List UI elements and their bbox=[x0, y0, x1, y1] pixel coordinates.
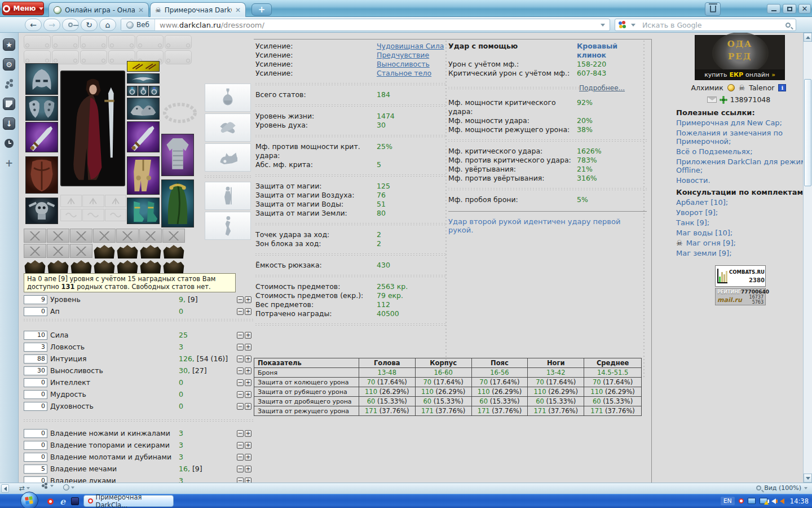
boots-slot[interactable] bbox=[127, 198, 160, 224]
stat-increase-button[interactable]: + bbox=[245, 308, 251, 315]
boost-link[interactable]: Выносливость bbox=[377, 60, 430, 68]
stat-input[interactable] bbox=[24, 366, 47, 375]
weapon-slot-empty[interactable] bbox=[70, 244, 92, 258]
boost-link[interactable]: Чудовищная Сила bbox=[377, 42, 444, 50]
stat-input[interactable] bbox=[24, 429, 47, 438]
sync-status-button[interactable]: ⇄ bbox=[19, 484, 30, 492]
scroll-down-button[interactable] bbox=[804, 474, 812, 483]
forward-button[interactable]: → bbox=[43, 19, 60, 31]
creature-item-slot[interactable] bbox=[205, 143, 251, 172]
main-weapon-slot[interactable] bbox=[25, 122, 58, 152]
stat-decrease-button[interactable]: − bbox=[237, 308, 244, 315]
pants-slot[interactable] bbox=[127, 156, 160, 195]
sidebar-link[interactable]: Пожелания и замечания по Примерочной; bbox=[676, 129, 803, 146]
sidebar-link[interactable]: Приложения DarkClan для режимов Offline; bbox=[676, 157, 803, 174]
weapon-slot-empty[interactable] bbox=[162, 229, 185, 243]
idol-trophy[interactable] bbox=[24, 259, 46, 274]
sidebar-link[interactable]: ☠ Маг огня [9]; bbox=[676, 239, 803, 247]
stat-increase-button[interactable]: + bbox=[245, 442, 251, 449]
maximize-button[interactable] bbox=[783, 4, 796, 14]
stat-decrease-button[interactable]: − bbox=[237, 454, 244, 461]
stat-increase-button[interactable]: + bbox=[245, 332, 251, 339]
sidebar-link[interactable]: ☠ Маг земли [9]; bbox=[676, 249, 803, 257]
boost-link[interactable]: Предчувствие bbox=[377, 51, 429, 59]
reload-button[interactable]: ↻ bbox=[81, 19, 98, 31]
scrollbar-thumb[interactable] bbox=[804, 79, 811, 186]
network-icon[interactable] bbox=[748, 498, 756, 504]
sidebar-link[interactable]: Примерочная для New Cap; bbox=[676, 119, 803, 127]
stat-increase-button[interactable]: + bbox=[245, 356, 251, 362]
quicklaunch-opera-icon[interactable] bbox=[45, 496, 55, 506]
network-warning-icon[interactable] bbox=[760, 498, 767, 504]
sidebar-link[interactable]: ☠ Арбалет [10]; bbox=[676, 198, 803, 207]
new-tab-button[interactable]: + bbox=[251, 3, 272, 16]
idol-trophy[interactable] bbox=[139, 259, 162, 274]
weapon-link[interactable]: Кровавый клинок bbox=[577, 42, 617, 59]
start-button[interactable] bbox=[20, 492, 38, 508]
mailru-badge[interactable]: РЕЙТИНГ 77700640 mail.ru 16737 5763 bbox=[715, 288, 766, 305]
web-badge[interactable]: Веб bbox=[121, 19, 155, 30]
add-panel-button[interactable]: + bbox=[3, 157, 15, 169]
search-field[interactable] bbox=[615, 19, 796, 31]
stat-decrease-button[interactable]: − bbox=[237, 296, 244, 303]
tray-opera-icon[interactable] bbox=[739, 498, 744, 503]
tab-online-game[interactable]: Онлайн игра - Онлайн и... ✕ bbox=[48, 2, 149, 17]
stat-decrease-button[interactable]: − bbox=[237, 391, 244, 398]
stat-input[interactable] bbox=[24, 331, 47, 340]
idol-trophy[interactable] bbox=[162, 244, 185, 259]
idol-trophy[interactable] bbox=[162, 259, 185, 274]
volume-mixer-icon[interactable] bbox=[780, 498, 784, 504]
ring-slot[interactable] bbox=[149, 86, 160, 96]
idol-trophy[interactable] bbox=[70, 259, 92, 274]
ornament-slot[interactable] bbox=[82, 209, 104, 221]
quicklaunch-app-icon[interactable] bbox=[70, 496, 80, 506]
stat-input[interactable] bbox=[24, 441, 47, 450]
scroll-slot[interactable] bbox=[165, 35, 192, 49]
ekr-banner[interactable]: ОДА РЕД купить ЕКР онлайн » bbox=[695, 35, 785, 80]
weapon-slot-empty[interactable] bbox=[139, 229, 162, 243]
idol-trophy[interactable] bbox=[93, 244, 116, 259]
weapon-slot-empty[interactable] bbox=[47, 244, 69, 258]
stat-decrease-button[interactable]: − bbox=[237, 344, 244, 351]
figurine-slot[interactable] bbox=[205, 212, 251, 240]
stat-input[interactable] bbox=[24, 453, 47, 462]
bookmarks-panel-button[interactable]: ★ bbox=[3, 38, 15, 51]
hands-item-slot[interactable] bbox=[205, 113, 251, 142]
stat-input[interactable] bbox=[24, 476, 47, 483]
taskbar-window-button[interactable]: Примерочная DarkCla... bbox=[83, 495, 174, 507]
sidebar-link[interactable]: Всё о Подземельях; bbox=[676, 147, 803, 156]
stat-increase-button[interactable]: + bbox=[245, 403, 251, 410]
stat-increase-button[interactable]: + bbox=[245, 466, 251, 472]
combats-badge[interactable]: COMBATS.RU 2380 bbox=[715, 265, 766, 287]
sidebar-link[interactable]: Новости. bbox=[676, 176, 803, 185]
idol-trophy[interactable] bbox=[116, 259, 139, 274]
wand-login-button[interactable] bbox=[62, 19, 79, 31]
downloads-panel-button[interactable]: ↓ bbox=[3, 117, 15, 130]
scroll-slot[interactable] bbox=[52, 35, 79, 49]
potion-slot[interactable] bbox=[205, 84, 251, 112]
stat-decrease-button[interactable]: − bbox=[237, 379, 244, 386]
turbo-status-button[interactable] bbox=[63, 484, 74, 491]
wreath-item[interactable] bbox=[162, 96, 198, 130]
stat-increase-button[interactable]: + bbox=[245, 296, 251, 303]
stat-increase-button[interactable]: + bbox=[245, 379, 251, 386]
chainmail-slot[interactable] bbox=[161, 134, 194, 176]
url-text[interactable]: www.darkclan.ru/dressroom/ bbox=[155, 21, 596, 29]
sidebar-link[interactable]: ☠ Маг воды [10]; bbox=[676, 229, 803, 237]
url-dropdown-icon[interactable] bbox=[601, 24, 605, 27]
search-input[interactable] bbox=[640, 21, 785, 29]
page-scrollbar[interactable] bbox=[803, 33, 812, 483]
details-link[interactable]: Подробнее... bbox=[579, 84, 647, 92]
history-panel-button[interactable] bbox=[3, 137, 15, 150]
idol-trophy[interactable] bbox=[47, 259, 69, 274]
weapon-slot-empty[interactable] bbox=[93, 229, 116, 243]
stat-input[interactable] bbox=[24, 295, 47, 304]
stat-decrease-button[interactable]: − bbox=[237, 430, 244, 437]
widgets-panel-button[interactable]: ⚙ bbox=[3, 58, 15, 71]
back-button[interactable]: ← bbox=[25, 19, 42, 31]
stat-input[interactable] bbox=[24, 343, 47, 352]
stat-input[interactable] bbox=[24, 307, 47, 316]
ornament-slot[interactable] bbox=[105, 209, 126, 221]
stat-increase-button[interactable]: + bbox=[245, 430, 251, 437]
home-button[interactable]: ⌂ bbox=[99, 19, 116, 31]
